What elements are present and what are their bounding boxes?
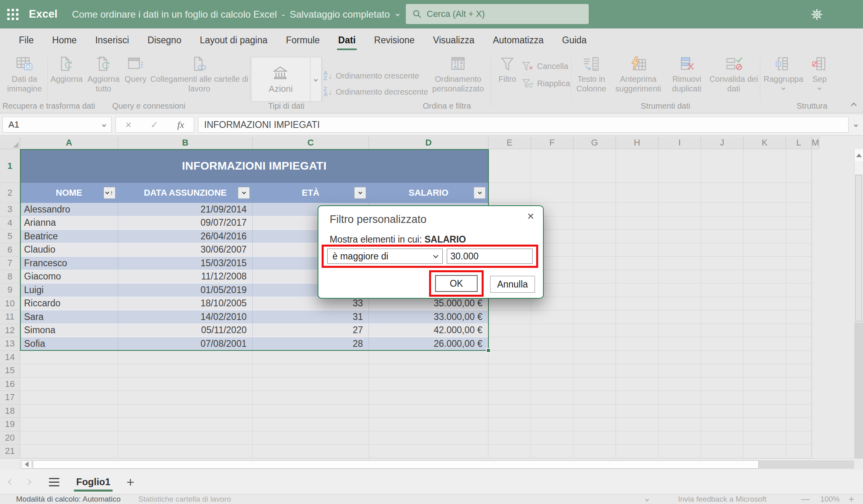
filter-button-data-assunzione[interactable] — [238, 187, 250, 199]
zoom-level[interactable]: 100% — [820, 495, 840, 504]
ribbon-item-ordinamento-personalizzato[interactable]: ZAAZOrdinamento personalizzato — [429, 56, 487, 93]
cell-D19[interactable] — [369, 418, 488, 431]
ribbon-item-ordinamento-crescente[interactable]: AZ↓Ordinamento crescente — [324, 71, 428, 81]
cell-A7[interactable]: Francesco — [20, 257, 118, 270]
cell-E21[interactable] — [488, 445, 531, 458]
cell-B17[interactable] — [118, 391, 253, 405]
cell-J11[interactable] — [701, 310, 743, 324]
feedback-link[interactable]: Invia feedback a Microsoft — [678, 495, 767, 504]
cell-J12[interactable] — [701, 324, 743, 338]
cell-I10[interactable] — [658, 297, 701, 311]
cell-H14[interactable] — [616, 351, 658, 364]
confirm-entry-icon[interactable]: ✓ — [150, 119, 158, 130]
column-header-C[interactable]: C — [253, 136, 369, 149]
cell-M8[interactable] — [812, 270, 812, 284]
cell-I5[interactable] — [658, 230, 701, 243]
cell-E12[interactable] — [488, 324, 531, 338]
cell-G3[interactable] — [573, 203, 616, 217]
cell-F20[interactable] — [531, 431, 573, 445]
zoom-out-button[interactable]: — — [801, 494, 810, 504]
cell-I8[interactable] — [658, 270, 701, 284]
cancel-button[interactable]: Annulla — [490, 276, 535, 293]
column-header-I[interactable]: I — [658, 136, 701, 149]
ribbon-item-anteprima-suggerimenti[interactable]: Anteprima suggerimenti — [612, 56, 665, 93]
cell-M13[interactable] — [812, 337, 812, 351]
cell-A12[interactable]: Simona — [20, 324, 118, 338]
cell-D16[interactable] — [369, 378, 488, 391]
column-header-J[interactable]: J — [701, 136, 743, 149]
cell-L17[interactable] — [786, 391, 812, 405]
cell-J9[interactable] — [701, 283, 743, 297]
cell-G13[interactable] — [573, 337, 616, 351]
ribbon-item-aggiorna-tutto[interactable]: Aggiorna tutto — [85, 56, 122, 93]
cell-M20[interactable] — [812, 431, 812, 445]
row-header-11[interactable]: 11 — [0, 310, 20, 324]
cell-I16[interactable] — [658, 378, 701, 391]
cell-H10[interactable] — [616, 297, 658, 311]
cell-M17[interactable] — [812, 391, 812, 405]
cell-G21[interactable] — [573, 445, 616, 458]
cell-I7[interactable] — [658, 257, 701, 270]
cell-G19[interactable] — [573, 418, 616, 431]
cell-E18[interactable] — [488, 405, 531, 418]
cell-D21[interactable] — [369, 445, 488, 458]
cell-L4[interactable] — [786, 217, 812, 230]
cell-I15[interactable] — [658, 364, 701, 378]
horizontal-scrollbar[interactable] — [0, 458, 863, 470]
cell-J1[interactable] — [701, 149, 743, 183]
cell-A2-header-nome[interactable]: NOME↑ — [20, 183, 118, 203]
column-header-D[interactable]: D — [369, 136, 488, 149]
ribbon-item-aggiorna[interactable]: Aggiorna — [49, 56, 85, 84]
filter-button-nome[interactable]: ↑ — [103, 187, 115, 199]
ribbon-item-azioni[interactable]: Azioni — [251, 57, 322, 102]
cell-J8[interactable] — [701, 270, 743, 284]
cell-A21[interactable] — [20, 445, 118, 458]
column-header-B[interactable]: B — [118, 136, 253, 149]
ribbon-item-filtro[interactable]: Filtro — [494, 56, 521, 84]
ribbon-item-convalida-dei-dati[interactable]: Convalida dei dati — [709, 56, 759, 93]
row-header-6[interactable]: 6 — [0, 243, 20, 257]
cell-B18[interactable] — [118, 405, 253, 418]
gear-icon[interactable] — [810, 8, 824, 21]
cell-G11[interactable] — [573, 310, 616, 324]
cell-M6[interactable] — [812, 243, 812, 257]
tab-dati[interactable]: Dati — [329, 28, 365, 52]
cell-H17[interactable] — [616, 391, 658, 405]
cell-D11[interactable]: 33.000,00 € — [369, 310, 488, 324]
cell-F12[interactable] — [531, 324, 573, 338]
cell-K17[interactable] — [743, 391, 786, 405]
cell-H5[interactable] — [616, 230, 658, 243]
cell-C19[interactable] — [253, 418, 369, 431]
cell-F1[interactable] — [531, 149, 573, 183]
cell-G2[interactable] — [573, 183, 616, 203]
cell-H8[interactable] — [616, 270, 658, 284]
cell-G7[interactable] — [573, 257, 616, 270]
cell-B6[interactable]: 30/06/2007 — [118, 243, 253, 257]
row-header-14[interactable]: 14 — [0, 351, 20, 364]
cell-L8[interactable] — [786, 270, 812, 284]
expand-formula-bar-icon[interactable] — [849, 123, 863, 126]
cell-H1[interactable] — [616, 149, 658, 183]
vertical-scrollbar[interactable] — [854, 149, 863, 458]
ribbon-item-dropdown[interactable] — [310, 57, 321, 101]
cell-J16[interactable] — [701, 378, 743, 391]
cell-J3[interactable] — [701, 203, 743, 217]
cell-H9[interactable] — [616, 283, 658, 297]
ribbon-item-testo-in-colonne[interactable]: Testo in Colonne — [572, 56, 611, 93]
cell-L2[interactable] — [786, 183, 812, 203]
cell-I21[interactable] — [658, 445, 701, 458]
cell-B14[interactable] — [118, 351, 253, 364]
cell-C21[interactable] — [253, 445, 369, 458]
cell-A3[interactable]: Alessandro — [20, 203, 118, 217]
tab-formule[interactable]: Formule — [277, 28, 329, 52]
cell-B4[interactable]: 09/07/2017 — [118, 217, 253, 230]
filter-button-salario[interactable] — [474, 187, 486, 199]
cell-D2-header-salario[interactable]: SALARIO — [369, 183, 488, 203]
cell-L13[interactable] — [786, 337, 812, 351]
name-box[interactable]: A1 — [2, 117, 111, 133]
cell-J18[interactable] — [701, 405, 743, 418]
cell-A17[interactable] — [20, 391, 118, 405]
cell-A20[interactable] — [20, 431, 118, 445]
cell-A5[interactable]: Beatrice — [20, 230, 118, 243]
column-header-F[interactable]: F — [531, 136, 573, 149]
